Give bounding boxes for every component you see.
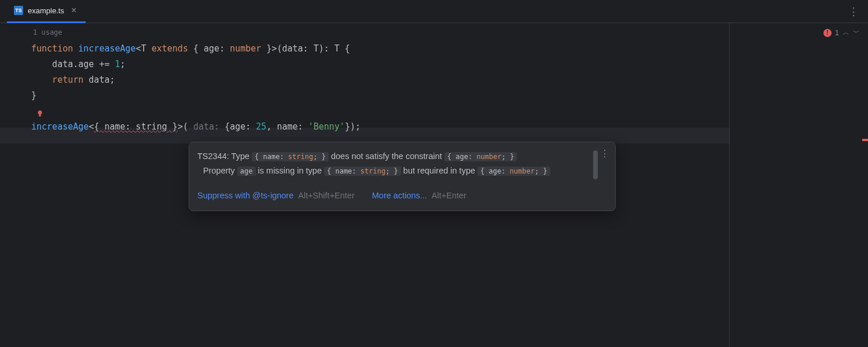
error-tooltip-popup: ⋮ TS2344: Type { name: string; } does no… bbox=[189, 142, 616, 211]
code-line: function increaseAge<T extends { age: nu… bbox=[31, 41, 868, 57]
error-stripe-marker[interactable] bbox=[862, 139, 868, 141]
shortcut-hint: Alt+Enter bbox=[432, 191, 466, 200]
type-chip: age bbox=[237, 167, 256, 176]
code-line-error: increaseAge<{ name: string }>( data: {ag… bbox=[31, 119, 868, 135]
code-line bbox=[31, 104, 868, 119]
inlay-hint: data: bbox=[188, 121, 225, 132]
usage-inlay[interactable]: 1 usage bbox=[31, 24, 868, 41]
error-squiggle[interactable]: { name: string } bbox=[94, 121, 178, 132]
code-line: return data; bbox=[31, 72, 868, 88]
tab-bar-overflow-icon[interactable]: ⋮ bbox=[839, 5, 868, 18]
typescript-file-icon: TS bbox=[14, 6, 23, 15]
code-line: } bbox=[31, 88, 868, 104]
type-chip: { age: number; } bbox=[444, 152, 517, 161]
tab-filename: example.ts bbox=[28, 6, 64, 15]
intention-bulb-icon[interactable] bbox=[36, 110, 44, 118]
close-tab-icon[interactable]: × bbox=[69, 5, 79, 16]
editor-tab[interactable]: TS example.ts × bbox=[7, 0, 86, 23]
tab-bar: TS example.ts × ⋮ bbox=[0, 0, 868, 23]
code-editor[interactable]: 1 usage function increaseAge<T extends {… bbox=[0, 23, 868, 135]
error-message: TS2344: Type { name: string; } does not … bbox=[197, 149, 568, 178]
more-actions-link[interactable]: More actions... bbox=[372, 191, 427, 200]
popup-actions: Suppress with @ts-ignoreAlt+Shift+Enter … bbox=[197, 189, 607, 202]
suppress-action-link[interactable]: Suppress with @ts-ignore bbox=[197, 191, 293, 200]
svg-point-0 bbox=[38, 110, 42, 115]
type-chip: { name: string; } bbox=[324, 167, 401, 176]
popup-more-icon[interactable]: ⋮ bbox=[600, 147, 609, 161]
type-chip: { name: string; } bbox=[252, 152, 329, 161]
svg-rect-1 bbox=[39, 115, 41, 117]
type-chip: { age: number; } bbox=[477, 167, 550, 176]
popup-scrollbar[interactable] bbox=[593, 150, 598, 179]
shortcut-hint: Alt+Shift+Enter bbox=[298, 191, 355, 200]
code-line: data.age += 1; bbox=[31, 57, 868, 72]
